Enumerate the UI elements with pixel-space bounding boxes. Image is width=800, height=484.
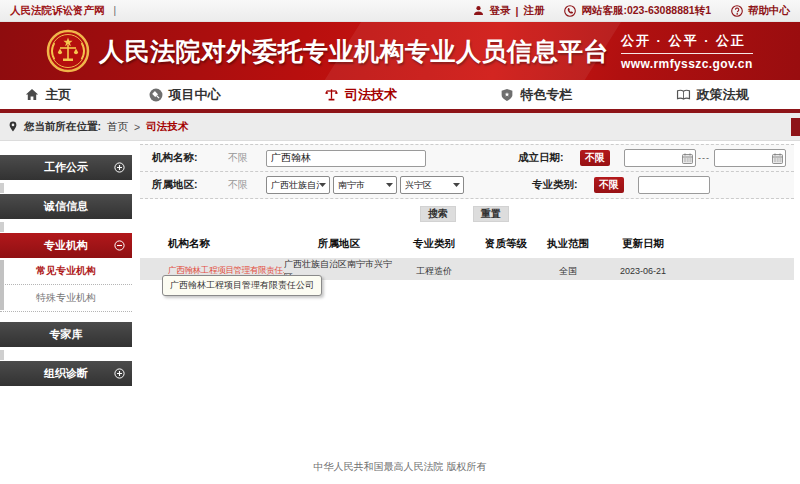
sidebar-item-label: 诚信信息 xyxy=(44,199,88,214)
region-unlimited[interactable]: 不限 xyxy=(228,178,250,192)
col-header-grade: 资质等级 xyxy=(474,237,538,251)
divider: | xyxy=(114,5,117,16)
nav-item-project-center[interactable]: 项目中心 xyxy=(97,80,273,109)
sidebar-item-label: 工作公示 xyxy=(44,160,88,175)
col-header-region: 所属地区 xyxy=(284,237,394,251)
sidebar-notch xyxy=(0,350,4,360)
circle-plus-icon xyxy=(114,368,125,379)
nav-item-policies[interactable]: 政策法规 xyxy=(624,80,800,109)
login-link[interactable]: 登录 xyxy=(489,4,510,18)
col-header-updated: 更新日期 xyxy=(598,237,688,251)
calendar-icon[interactable] xyxy=(772,153,783,164)
site-banner: 人民法院对外委托专业机构专业人员信息平台 公开 · 公平 · 公正 www.rm… xyxy=(0,22,800,80)
province-select[interactable]: 广西壮族自治 xyxy=(266,176,330,194)
sidebar-notch xyxy=(0,183,4,193)
sidebar-subitem-label: 常见专业机构 xyxy=(36,264,96,278)
sidebar-item-org-diagnosis[interactable]: 组织诊断 xyxy=(0,361,132,386)
copyright-text: 中华人民共和国最高人民法院 版权所有 xyxy=(314,460,487,474)
phone-icon xyxy=(564,5,576,17)
book-icon xyxy=(676,88,691,101)
nav-item-featured[interactable]: 特色专栏 xyxy=(448,80,624,109)
search-form: 机构名称: 不限 成立日期: 不限 --- xyxy=(140,144,794,199)
table-header-row: 机构名称 所属地区 专业类别 资质等级 执业范围 更新日期 xyxy=(140,233,794,255)
chevron-down-icon xyxy=(386,183,393,187)
nav-label: 政策法规 xyxy=(697,86,749,104)
founding-date-unlimited-button[interactable]: 不限 xyxy=(580,150,610,166)
breadcrumb-separator: > xyxy=(134,121,140,133)
org-name-unlimited[interactable]: 不限 xyxy=(228,151,250,165)
court-emblem-icon xyxy=(46,29,90,73)
sidebar: 工作公示 诚信信息 专业机构 常见专业机构 特殊专业机构 xyxy=(0,141,132,445)
nav-label: 司法技术 xyxy=(345,86,397,104)
user-icon xyxy=(473,5,484,16)
search-button[interactable]: 搜索 xyxy=(420,206,456,222)
form-buttons: 搜索 重置 xyxy=(140,199,794,229)
main-nav: 主页 项目中心 司法技术 特色专栏 xyxy=(0,80,800,113)
chevron-down-icon xyxy=(453,183,460,187)
nav-label: 项目中心 xyxy=(169,86,221,104)
org-name-input[interactable] xyxy=(266,150,426,167)
breadcrumb: 您当前所在位置: 首页 > 司法技术 xyxy=(0,113,800,141)
asset-site-link[interactable]: 人民法院诉讼资产网 xyxy=(10,4,105,18)
cell-category: 工程造价 xyxy=(394,265,474,278)
province-select-value: 广西壮族自治 xyxy=(271,179,319,192)
form-row-1: 机构名称: 不限 成立日期: 不限 --- xyxy=(140,145,794,172)
category-unlimited-button[interactable]: 不限 xyxy=(594,177,624,193)
org-name-tooltip: 广西翰林工程项目管理有限责任公司 xyxy=(162,275,322,296)
sidebar-item-professional-orgs[interactable]: 专业机构 xyxy=(0,233,132,258)
sidebar-item-expert-pool[interactable]: 专家库 xyxy=(0,322,132,347)
date-from-field[interactable] xyxy=(624,149,696,167)
nav-item-home[interactable]: 主页 xyxy=(0,80,97,109)
date-range-dashes: --- xyxy=(698,153,710,163)
site-title: 人民法院对外委托专业机构专业人员信息平台 xyxy=(99,35,609,68)
col-header-category: 专业类别 xyxy=(394,237,474,251)
circle-plus-icon xyxy=(114,162,125,173)
city-select[interactable]: 南宁市 xyxy=(333,176,397,194)
sidebar-subitem-label: 特殊专业机构 xyxy=(36,291,96,305)
help-center-link[interactable]: 帮助中心 xyxy=(748,4,790,18)
col-header-org-name: 机构名称 xyxy=(156,237,284,251)
sidebar-item-work-publicity[interactable]: 工作公示 xyxy=(0,155,132,180)
nav-label: 主页 xyxy=(45,86,71,104)
chevron-down-icon xyxy=(319,183,326,187)
sidebar-item-integrity-info[interactable]: 诚信信息 xyxy=(0,194,132,219)
service-phone: 网站客服:023-63088881转1 xyxy=(581,4,711,18)
breadcrumb-prefix: 您当前所在位置: xyxy=(24,120,101,134)
category-input[interactable] xyxy=(638,176,710,194)
breadcrumb-current: 司法技术 xyxy=(146,120,188,134)
content-area: 工作公示 诚信信息 专业机构 常见专业机构 特殊专业机构 xyxy=(0,141,800,445)
district-select-value: 兴宁区 xyxy=(405,179,432,192)
site-slogan: 公开 · 公平 · 公正 xyxy=(621,32,753,54)
region-label: 所属地区: xyxy=(152,178,210,192)
nav-item-judicial-tech[interactable]: 司法技术 xyxy=(273,80,449,109)
sidebar-subitem-common-orgs[interactable]: 常见专业机构 xyxy=(0,258,132,285)
sidebar-submenu: 常见专业机构 特殊专业机构 xyxy=(0,258,132,312)
register-link[interactable]: 注册 xyxy=(523,4,544,18)
district-select[interactable]: 兴宁区 xyxy=(400,176,464,194)
col-header-scope: 执业范围 xyxy=(538,237,598,251)
page: 人民法院诉讼资产网 | 登录 | 注册 网站客服:023-63088881转1 … xyxy=(0,0,800,484)
calendar-icon[interactable] xyxy=(682,153,693,164)
cell-scope: 全国 xyxy=(538,265,598,278)
footer: 中华人民共和国最高人民法院 版权所有 xyxy=(0,445,800,484)
breadcrumb-corner-marker xyxy=(791,118,800,136)
location-pin-icon xyxy=(8,121,18,133)
date-to-field[interactable] xyxy=(714,149,786,167)
form-row-2: 所属地区: 不限 广西壮族自治 南宁市 兴宁区 专业类别: xyxy=(140,172,794,199)
breadcrumb-home-link[interactable]: 首页 xyxy=(107,120,128,134)
gavel-circle-icon xyxy=(149,88,163,102)
org-name-label: 机构名称: xyxy=(152,151,210,165)
site-url: www.rmfysszc.gov.cn xyxy=(621,57,753,71)
sidebar-item-label: 专家库 xyxy=(50,327,83,342)
category-label: 专业类别: xyxy=(532,178,590,192)
main-panel: 机构名称: 不限 成立日期: 不限 --- xyxy=(132,141,800,445)
nav-label: 特色专栏 xyxy=(520,86,572,104)
sidebar-subitem-special-orgs[interactable]: 特殊专业机构 xyxy=(0,285,132,312)
circle-minus-icon xyxy=(114,240,125,251)
sidebar-item-label: 专业机构 xyxy=(44,238,88,253)
sidebar-item-label: 组织诊断 xyxy=(44,366,88,381)
shield-star-icon xyxy=(500,88,514,102)
reset-button[interactable]: 重置 xyxy=(473,206,509,222)
divider: | xyxy=(515,5,518,17)
help-icon xyxy=(731,5,743,17)
